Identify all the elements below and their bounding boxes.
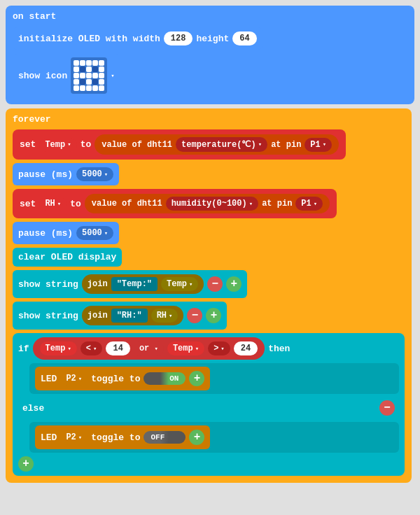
led-off-pin-dropdown[interactable]: P2 ▾ — [60, 430, 88, 444]
led-on-label: LED — [41, 374, 57, 384]
temp-type-dropdown[interactable]: temperature(℃) ▾ — [176, 137, 267, 152]
width-value[interactable]: 128 — [164, 31, 193, 45]
temp-var-dropdown[interactable]: Temp ▾ — [39, 138, 76, 152]
humid-type-dropdown[interactable]: humidity(0~100) ▾ — [166, 197, 258, 211]
led-on-row: LED P2 ▾ toggle to ON + — [35, 367, 393, 390]
show-temp-plus-btn[interactable]: + — [226, 276, 241, 292]
show-temp-minus-btn[interactable]: − — [207, 276, 223, 292]
forever-block: forever set Temp ▾ to value of dht11 tem… — [6, 108, 412, 483]
to-label-rh: to — [70, 199, 81, 209]
if-temp-var1-dropdown[interactable]: Temp ▾ — [40, 341, 77, 355]
dot-13 — [92, 73, 98, 78]
toggle-off-label: toggle to — [91, 432, 140, 443]
show-rh-block: show string join "RH:" RH ▾ − + — [13, 302, 227, 330]
dot-16 — [80, 79, 85, 85]
dot-21 — [80, 85, 85, 91]
dot-5 — [74, 66, 79, 72]
led-off-plus-btn[interactable]: + — [189, 430, 204, 445]
pause1-label: pause (ms) — [18, 169, 73, 180]
show-icon-block: show icon — [13, 54, 120, 97]
led-on-plus-btn[interactable]: + — [189, 371, 204, 386]
toggle-on-label: toggle to — [91, 374, 140, 384]
temp-pin-dropdown[interactable]: P1 ▾ — [304, 138, 332, 152]
show-temp-block: show string join "Temp:" Temp ▾ − + — [13, 270, 247, 298]
pause2-value-dropdown[interactable]: 5000 ▾ — [76, 226, 113, 240]
if-block: if Temp ▾ < ▾ 14 or ▾ — [13, 333, 405, 476]
show-icon-label: show icon — [18, 71, 67, 81]
pause2-block: pause (ms) 5000 ▾ — [13, 222, 119, 244]
initialize-oled-row: initialize OLED with width 128 height 64 — [13, 27, 407, 50]
set-label-temp: set — [20, 139, 36, 150]
pause1-row: pause (ms) 5000 ▾ — [13, 163, 405, 185]
rh-var-dropdown[interactable]: RH ▾ — [39, 197, 66, 211]
else-label: else — [22, 403, 44, 414]
dot-8 — [92, 66, 98, 72]
rh-var-show-dropdown[interactable]: RH ▾ — [151, 309, 178, 323]
dot-18 — [92, 79, 98, 85]
pause1-block: pause (ms) 5000 ▾ — [13, 163, 119, 185]
set-label-rh: set — [20, 199, 36, 209]
temp-var-show-dropdown[interactable]: Temp ▾ — [161, 277, 198, 291]
dot-19 — [99, 79, 104, 85]
set-temp-row: set Temp ▾ to value of dht11 temperature… — [13, 129, 405, 160]
led-off-label: LED — [41, 432, 57, 443]
or-dropdown[interactable]: or ▾ — [134, 341, 164, 356]
dot-6 — [80, 66, 85, 72]
dot-12 — [86, 73, 92, 78]
pause1-value-dropdown[interactable]: 5000 ▾ — [76, 167, 113, 181]
height-value[interactable]: 64 — [232, 31, 256, 45]
then-body: LED P2 ▾ toggle to ON + — [29, 363, 399, 394]
dot-22 — [86, 85, 92, 91]
led-on-pin-dropdown[interactable]: P2 ▾ — [60, 372, 88, 386]
dot-9 — [99, 66, 104, 72]
show-rh-row: show string join "RH:" RH ▾ − + — [13, 302, 405, 330]
on-start-label: on start — [13, 10, 407, 23]
if-add-btn[interactable]: + — [18, 456, 34, 472]
dot-11 — [80, 73, 85, 78]
initialize-oled-block: initialize OLED with width 128 height 64 — [13, 27, 262, 50]
led-off-row: LED P2 ▾ toggle to OFF + — [35, 425, 393, 449]
set-rh-block: set RH ▾ to value of dht11 humidity(0~10… — [13, 189, 337, 218]
dot-15 — [74, 79, 79, 85]
clear-oled-row: clear OLED display — [13, 248, 405, 267]
icon-dropdown-arrow[interactable]: ▾ — [111, 72, 114, 80]
gt-op-dropdown[interactable]: > ▾ — [208, 341, 230, 355]
on-start-block: on start initialize OLED with width 128 … — [6, 6, 414, 104]
dot-3 — [92, 60, 98, 66]
dot-0 — [74, 60, 79, 66]
dot-1 — [80, 60, 85, 66]
else-minus-btn[interactable]: − — [379, 400, 395, 416]
if-temp-var2-dropdown[interactable]: Temp ▾ — [167, 341, 204, 355]
initialize-label: initialize OLED with width — [18, 34, 160, 44]
if-condition: Temp ▾ < ▾ 14 or ▾ Temp — [33, 337, 265, 360]
temp-string-literal[interactable]: "Temp:" — [111, 277, 158, 291]
dot-4 — [99, 60, 104, 66]
show-icon-row: show icon — [13, 54, 407, 97]
show-string-label-rh: show string — [18, 311, 78, 321]
toggle-off-switch[interactable]: OFF — [144, 431, 186, 444]
if-label: if — [18, 344, 29, 354]
val2-pill[interactable]: 24 — [234, 341, 258, 355]
rh-pin-dropdown[interactable]: P1 ▾ — [295, 197, 323, 211]
dot-7 — [86, 66, 92, 72]
else-body: LED P2 ▾ toggle to OFF + — [29, 422, 399, 453]
set-rh-row: set RH ▾ to value of dht11 humidity(0~10… — [13, 189, 405, 218]
icon-grid[interactable] — [71, 57, 107, 94]
join-rh-pill: join "RH:" RH ▾ — [82, 306, 184, 325]
lt-op-dropdown[interactable]: < ▾ — [80, 341, 103, 355]
show-rh-minus-btn[interactable]: − — [187, 308, 202, 323]
val1-pill[interactable]: 14 — [106, 341, 130, 355]
dht-rh-value: value of dht11 humidity(0~100) ▾ at pin … — [85, 194, 330, 213]
dot-2 — [86, 60, 92, 66]
add-row: + — [18, 456, 399, 472]
to-label-temp: to — [80, 139, 92, 150]
height-label: height — [196, 34, 229, 44]
show-rh-plus-btn[interactable]: + — [206, 308, 221, 323]
if-condition-row: if Temp ▾ < ▾ 14 or ▾ — [18, 337, 399, 360]
rh-string-literal[interactable]: "RH:" — [111, 309, 148, 323]
dot-23 — [92, 85, 98, 91]
clear-oled-block: clear OLED display — [13, 248, 122, 267]
dht-temp-value: value of dht11 temperature(℃) ▾ at pin P… — [94, 134, 339, 155]
set-temp-block: set Temp ▾ to value of dht11 temperature… — [13, 129, 346, 160]
toggle-on-switch[interactable]: ON — [144, 372, 186, 385]
